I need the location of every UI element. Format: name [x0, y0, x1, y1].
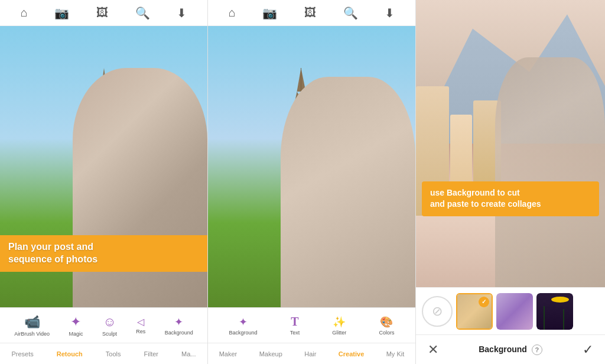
- middle-bottom-toolbar: ✦ Background T Text ✨ Glitter 🎨 Colors: [208, 307, 415, 343]
- dark-palm-thumb[interactable]: [536, 293, 573, 330]
- search-icon[interactable]: 🔍: [135, 6, 150, 20]
- sculpt-label: Sculpt: [102, 331, 117, 337]
- left-panel: ⌂ 📷 🖼 🔍 ⬇ Plan your post and sequence of…: [0, 0, 208, 364]
- glitter-icon: ✨: [333, 316, 346, 329]
- search-icon-2[interactable]: 🔍: [343, 6, 358, 20]
- sculpt-tool[interactable]: ☺ Sculpt: [102, 314, 117, 337]
- village-thumb[interactable]: ✓: [456, 293, 493, 330]
- nav-maker[interactable]: Ma...: [178, 350, 199, 358]
- nav-filter[interactable]: Filter: [141, 350, 162, 358]
- background-tool-left[interactable]: ✦ Background: [165, 316, 193, 336]
- glitter-label: Glitter: [332, 330, 346, 336]
- thumb-checkmark: ✓: [479, 297, 489, 307]
- right-bottom-bar: ✕ Background ? ✓: [416, 334, 605, 364]
- background-label: Background: [229, 330, 258, 336]
- res-label: Res: [136, 329, 145, 334]
- colors-label: Colors: [379, 330, 394, 336]
- nav-mykit[interactable]: My Kit: [383, 350, 408, 358]
- right-caption-overlay: use Background to cut and paste to creat…: [422, 181, 599, 216]
- home-icon-2[interactable]: ⌂: [229, 6, 236, 20]
- help-icon[interactable]: ?: [532, 344, 542, 355]
- text-icon: T: [291, 315, 298, 329]
- background-title: Background ?: [479, 344, 542, 355]
- airbrush-video-tool[interactable]: 📹 AirBrush Video: [14, 314, 50, 337]
- right-person: [495, 57, 605, 287]
- palm-trunk-1: [544, 306, 545, 330]
- airbrush-video-label: AirBrush Video: [14, 331, 50, 337]
- person-graphic-2: [281, 77, 415, 307]
- left-top-bar: ⌂ 📷 🖼 🔍 ⬇: [0, 0, 207, 26]
- download-icon-2[interactable]: ⬇: [385, 6, 395, 20]
- text-label: Text: [290, 330, 300, 336]
- nav-tools[interactable]: Tools: [102, 350, 125, 358]
- middle-bottom-nav: Maker Makeup Hair Creative My Kit: [208, 343, 415, 364]
- left-bottom-toolbar: 📹 AirBrush Video ✦ Magic ☺ Sculpt ◁ Res …: [0, 307, 207, 343]
- colors-tool[interactable]: 🎨 Colors: [379, 316, 394, 336]
- left-caption-text: Plan your post and sequence of photos: [8, 241, 199, 266]
- background-icon-left: ✦: [174, 316, 183, 329]
- text-tool[interactable]: T Text: [290, 315, 300, 336]
- nav-makeup[interactable]: Makeup: [256, 350, 286, 358]
- nav-retouch[interactable]: Retouch: [53, 350, 86, 358]
- gallery-icon[interactable]: 🖼: [96, 6, 108, 20]
- purple-gradient-thumb: [496, 293, 533, 330]
- magic-tool[interactable]: ✦ Magic: [69, 314, 83, 337]
- glitter-tool[interactable]: ✨ Glitter: [332, 316, 346, 336]
- dark-thumb-bg: [536, 293, 573, 330]
- no-background-thumb[interactable]: ⊘: [422, 296, 453, 327]
- middle-top-bar: ⌂ 📷 🖼 🔍 ⬇: [208, 0, 415, 26]
- res-icon: ◁: [137, 316, 144, 327]
- right-panel: use Background to cut and paste to creat…: [416, 0, 605, 364]
- left-caption-overlay: Plan your post and sequence of photos: [0, 235, 207, 272]
- left-bottom-nav: Presets Retouch Tools Filter Ma...: [0, 343, 207, 364]
- confirm-button[interactable]: ✓: [583, 342, 593, 358]
- magic-icon: ✦: [70, 314, 81, 330]
- left-photo-area: Plan your post and sequence of photos: [0, 26, 207, 307]
- res-tool[interactable]: ◁ Res: [136, 316, 145, 334]
- background-title-text: Background: [479, 344, 527, 354]
- home-icon[interactable]: ⌂: [21, 6, 28, 20]
- sun-graphic: [551, 297, 569, 303]
- thumbnail-strip: ⊘ ✓: [416, 287, 605, 334]
- magic-label: Magic: [69, 331, 83, 337]
- background-icon: ✦: [239, 316, 248, 329]
- palm-trunk-2: [563, 309, 564, 330]
- camera-icon[interactable]: 📷: [54, 6, 69, 20]
- right-photo-area: use Background to cut and paste to creat…: [416, 0, 605, 287]
- middle-photo-area: [208, 26, 415, 307]
- no-bg-icon: ⊘: [432, 304, 443, 319]
- gallery-icon-2[interactable]: 🖼: [304, 6, 316, 20]
- colors-icon: 🎨: [380, 316, 393, 329]
- nav-creative[interactable]: Creative: [335, 350, 367, 358]
- close-button[interactable]: ✕: [428, 342, 438, 358]
- nav-presets[interactable]: Presets: [8, 350, 37, 358]
- airbrush-video-icon: 📹: [24, 314, 40, 330]
- nav-hair[interactable]: Hair: [301, 350, 320, 358]
- download-icon[interactable]: ⬇: [177, 6, 187, 20]
- background-tool[interactable]: ✦ Background: [229, 316, 258, 336]
- right-caption-text: use Background to cut and paste to creat…: [430, 187, 591, 210]
- background-label-left: Background: [165, 330, 193, 336]
- nav-maker-2[interactable]: Maker: [216, 350, 241, 358]
- camera-icon-2[interactable]: 📷: [262, 6, 277, 20]
- purple-thumb[interactable]: [496, 293, 533, 330]
- village-thumb-bg: ✓: [457, 294, 492, 329]
- sculpt-icon: ☺: [103, 314, 116, 330]
- middle-panel: ⌂ 📷 🖼 🔍 ⬇ ✦ Background T: [208, 0, 416, 364]
